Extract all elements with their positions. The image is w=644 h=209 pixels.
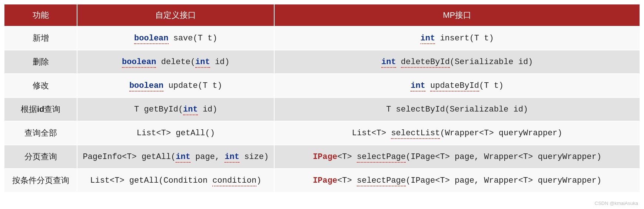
cell-custom: List<T> getAll() [77, 121, 274, 145]
cell-func: 修改 [4, 74, 77, 97]
keyword: boolean [122, 57, 156, 68]
squiggle-text: selectPage [357, 152, 406, 163]
cell-custom: PageInfo<T> getAll(int page, int size) [77, 145, 274, 169]
cell-mp: int insert(T t) [274, 26, 640, 50]
table-row: 新增boolean save(T t)int insert(T t) [4, 26, 640, 50]
keyword: int [381, 57, 396, 68]
squiggle-text: selectList [391, 129, 440, 139]
header-custom: 自定义接口 [77, 4, 274, 26]
comparison-table: 功能 自定义接口 MP接口 新增boolean save(T t)int ins… [4, 4, 640, 193]
cell-mp: T selectById(Serializable id) [274, 97, 640, 121]
table-row: 按条件分页查询List<T> getAll(Condition conditio… [4, 169, 640, 192]
cell-func: 分页查询 [4, 145, 77, 169]
cell-func: 新增 [4, 26, 77, 50]
cell-custom: boolean update(T t) [77, 74, 274, 97]
squiggle-text: selectPage [357, 176, 406, 186]
squiggle-text: condition [212, 176, 256, 186]
table-row: 分页查询PageInfo<T> getAll(int page, int siz… [4, 145, 640, 169]
cell-mp: int updateById(T t) [274, 74, 640, 97]
keyword: int [411, 81, 425, 92]
cell-mp: IPage<T> selectPage(IPage<T> page, Wrapp… [274, 145, 640, 169]
cell-mp: IPage<T> selectPage(IPage<T> page, Wrapp… [274, 169, 640, 192]
keyword: int [421, 34, 435, 44]
table-row: 根据id查询T getById(int id)T selectById(Seri… [4, 97, 640, 121]
cell-func: 删除 [4, 50, 77, 74]
cell-mp: List<T> selectList(Wrapper<T> queryWrapp… [274, 121, 640, 145]
squiggle-text: updateById [430, 81, 479, 92]
keyword: int [225, 152, 239, 163]
keyword: int [176, 152, 190, 163]
type-name: IPage [313, 176, 337, 185]
cell-custom: T getById(int id) [77, 97, 274, 121]
cell-func: 根据id查询 [4, 97, 77, 121]
cell-mp: int deleteById(Serializable id) [274, 50, 640, 74]
keyword: int [183, 105, 198, 115]
table-row: 删除boolean delete(int id)int deleteById(S… [4, 50, 640, 74]
cell-custom: List<T> getAll(Condition condition) [77, 169, 274, 192]
cell-func: 查询全部 [4, 121, 77, 145]
cell-custom: boolean save(T t) [77, 26, 274, 50]
keyword: int [195, 57, 210, 68]
cell-func: 按条件分页查询 [4, 169, 77, 192]
type-name: IPage [313, 152, 337, 162]
keyword: boolean [129, 81, 163, 92]
text-part: id [37, 104, 44, 114]
header-func: 功能 [4, 4, 77, 26]
keyword: boolean [134, 34, 168, 44]
table-header-row: 功能 自定义接口 MP接口 [4, 4, 640, 26]
cell-custom: boolean delete(int id) [77, 50, 274, 74]
header-mp: MP接口 [274, 4, 640, 26]
table-row: 查询全部List<T> getAll()List<T> selectList(W… [4, 121, 640, 145]
table-row: 修改boolean update(T t)int updateById(T t) [4, 74, 640, 97]
squiggle-text: deleteById [401, 57, 450, 68]
